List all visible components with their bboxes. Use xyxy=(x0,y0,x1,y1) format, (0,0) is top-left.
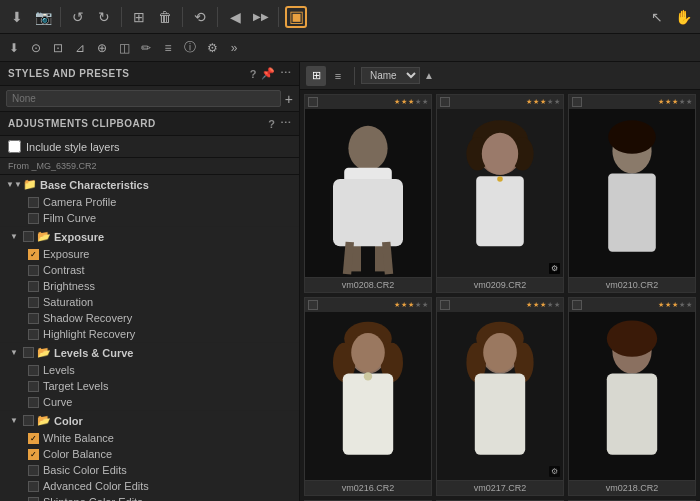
cursor-tool-icon[interactable]: ↖ xyxy=(646,6,668,28)
tree-child-skintone-color-edits[interactable]: Skintone Color Edits xyxy=(0,494,299,501)
exposure-section-checkbox[interactable] xyxy=(23,231,34,242)
film-curve-checkbox[interactable] xyxy=(28,213,39,224)
undo-icon[interactable]: ↺ xyxy=(67,6,89,28)
sec-settings-icon[interactable]: ⚙ xyxy=(202,38,222,58)
gear-icon-vm0209[interactable]: ⚙ xyxy=(549,263,560,274)
pin-header-icon[interactable]: 📌 xyxy=(261,67,276,80)
tree-parent-color[interactable]: ▼ 📂 Color xyxy=(0,411,299,430)
tree-child-shadow-recovery[interactable]: Shadow Recovery xyxy=(0,310,299,326)
sec-pin-icon[interactable]: ⊿ xyxy=(70,38,90,58)
presets-search-input[interactable] xyxy=(6,90,281,107)
color-section-checkbox[interactable] xyxy=(23,415,34,426)
thumb-checkbox-vm0209[interactable] xyxy=(440,97,450,107)
saturation-checkbox[interactable] xyxy=(28,297,39,308)
sep4 xyxy=(217,7,218,27)
thumb-checkbox-vm0210[interactable] xyxy=(572,97,582,107)
thumb-checkbox-vm0208[interactable] xyxy=(308,97,318,107)
sec-list-icon[interactable]: ≡ xyxy=(158,38,178,58)
left-panel: STYLES AND PRESETS ? 📌 ⋯ + ADJUSTMENTS C… xyxy=(0,62,300,501)
sec-camera-icon[interactable]: ⊙ xyxy=(26,38,46,58)
shadow-recovery-checkbox[interactable] xyxy=(28,313,39,324)
sort-arrow-icon[interactable]: ▲ xyxy=(424,70,434,81)
right-panel: ⊞ ≡ Name Date Rating Size ▲ ★★★★★ xyxy=(300,62,700,501)
include-style-checkbox[interactable] xyxy=(8,140,21,153)
camera-profile-checkbox[interactable] xyxy=(28,197,39,208)
tree-child-white-balance[interactable]: White Balance xyxy=(0,430,299,446)
thumb-vm0217[interactable]: ★★★★★ ⚙ xyxy=(436,297,564,496)
tree-child-levels[interactable]: Levels xyxy=(0,362,299,378)
target-levels-checkbox[interactable] xyxy=(28,381,39,392)
thumb-vm0216[interactable]: ★★★★★ vm0216.CR2 xyxy=(304,297,432,496)
tree-child-saturation[interactable]: Saturation xyxy=(0,294,299,310)
sec-pen-icon[interactable]: ✏ xyxy=(136,38,156,58)
sec-info-icon[interactable]: ⓘ xyxy=(180,38,200,58)
exposure-checkbox[interactable] xyxy=(28,249,39,260)
tree-child-target-levels[interactable]: Target Levels xyxy=(0,378,299,394)
help-icon[interactable]: ? xyxy=(250,68,257,80)
gear-icon-vm0217[interactable]: ⚙ xyxy=(549,466,560,477)
tree-child-highlight-recovery[interactable]: Highlight Recovery xyxy=(0,326,299,342)
grid-view-icon[interactable]: ⊞ xyxy=(306,66,326,86)
hand-tool-icon[interactable]: ✋ xyxy=(672,6,694,28)
thumb-checkbox-vm0217[interactable] xyxy=(440,300,450,310)
levels-expand-icon: ▼ xyxy=(8,347,20,359)
sort-select[interactable]: Name Date Rating Size xyxy=(361,67,420,84)
adj-menu-icon[interactable]: ⋯ xyxy=(280,117,292,130)
include-style-row: Include style layers xyxy=(0,136,299,158)
tree-parent-exposure[interactable]: ▼ 📂 Exposure xyxy=(0,227,299,246)
contrast-checkbox[interactable] xyxy=(28,265,39,276)
sec-crop-icon[interactable]: ⊡ xyxy=(48,38,68,58)
camera-icon[interactable]: 📷 xyxy=(32,6,54,28)
basic-color-edits-checkbox[interactable] xyxy=(28,465,39,476)
tree-child-basic-color-edits[interactable]: Basic Color Edits xyxy=(0,462,299,478)
sec-zoom-icon[interactable]: ⊕ xyxy=(92,38,112,58)
color-balance-checkbox[interactable] xyxy=(28,449,39,460)
adj-help-icon[interactable]: ? xyxy=(268,118,275,130)
tree-child-contrast[interactable]: Contrast xyxy=(0,262,299,278)
adj-clipboard-header: ADJUSTMENTS CLIPBOARD ? ⋯ xyxy=(0,112,299,136)
back-icon[interactable]: ◀ xyxy=(224,6,246,28)
thumb-vm0210[interactable]: ★★★★★ vm0210.CR2 xyxy=(568,94,696,293)
download-icon[interactable]: ⬇ xyxy=(6,6,28,28)
copy-icon[interactable]: ⊞ xyxy=(128,6,150,28)
thumb-vm0208[interactable]: ★★★★★ vm0208.CR xyxy=(304,94,432,293)
tree-child-film-curve[interactable]: Film Curve xyxy=(0,210,299,226)
fwd-icon[interactable]: ▶▶ xyxy=(250,6,272,28)
sec-transform-icon[interactable]: ◫ xyxy=(114,38,134,58)
thumb-photo-vm0217 xyxy=(437,312,563,480)
rotate-ccw-icon[interactable]: ⟲ xyxy=(189,6,211,28)
tree-child-exposure[interactable]: Exposure xyxy=(0,246,299,262)
sep2 xyxy=(121,7,122,27)
sec-import-icon[interactable]: ⬇ xyxy=(4,38,24,58)
sec-more-icon[interactable]: » xyxy=(224,38,244,58)
levels-section-checkbox[interactable] xyxy=(23,347,34,358)
thumb-vm0218[interactable]: ★★★★★ vm0218.CR2 xyxy=(568,297,696,496)
skintone-color-edits-checkbox[interactable] xyxy=(28,497,39,502)
tree-child-camera-profile[interactable]: Camera Profile xyxy=(0,194,299,210)
list-view-icon[interactable]: ≡ xyxy=(328,66,348,86)
delete-icon[interactable]: 🗑 xyxy=(154,6,176,28)
menu-header-icon[interactable]: ⋯ xyxy=(280,67,292,80)
exposure-expand-icon: ▼ xyxy=(8,231,20,243)
redo-icon[interactable]: ↻ xyxy=(93,6,115,28)
thumb-checkbox-vm0216[interactable] xyxy=(308,300,318,310)
add-preset-button[interactable]: + xyxy=(285,91,293,107)
thumb-vm0209[interactable]: ★★★★★ xyxy=(436,94,564,293)
advanced-color-edits-checkbox[interactable] xyxy=(28,481,39,492)
thumb-checkbox-vm0218[interactable] xyxy=(572,300,582,310)
tree-child-brightness[interactable]: Brightness xyxy=(0,278,299,294)
tree-parent-levels[interactable]: ▼ 📂 Levels & Curve xyxy=(0,343,299,362)
thumb-overlay-vm0209: ⚙ xyxy=(549,263,560,274)
levels-label: Levels & Curve xyxy=(54,347,295,359)
tree-parent-base[interactable]: ▼ 📁 Base Characteristics xyxy=(0,175,299,194)
tree-child-advanced-color-edits[interactable]: Advanced Color Edits xyxy=(0,478,299,494)
white-balance-checkbox[interactable] xyxy=(28,433,39,444)
layers-active-icon[interactable]: ▣ xyxy=(285,6,307,28)
svg-point-37 xyxy=(607,320,657,356)
brightness-checkbox[interactable] xyxy=(28,281,39,292)
tree-child-curve[interactable]: Curve xyxy=(0,394,299,410)
curve-checkbox[interactable] xyxy=(28,397,39,408)
tree-child-color-balance[interactable]: Color Balance xyxy=(0,446,299,462)
levels-checkbox[interactable] xyxy=(28,365,39,376)
highlight-recovery-checkbox[interactable] xyxy=(28,329,39,340)
